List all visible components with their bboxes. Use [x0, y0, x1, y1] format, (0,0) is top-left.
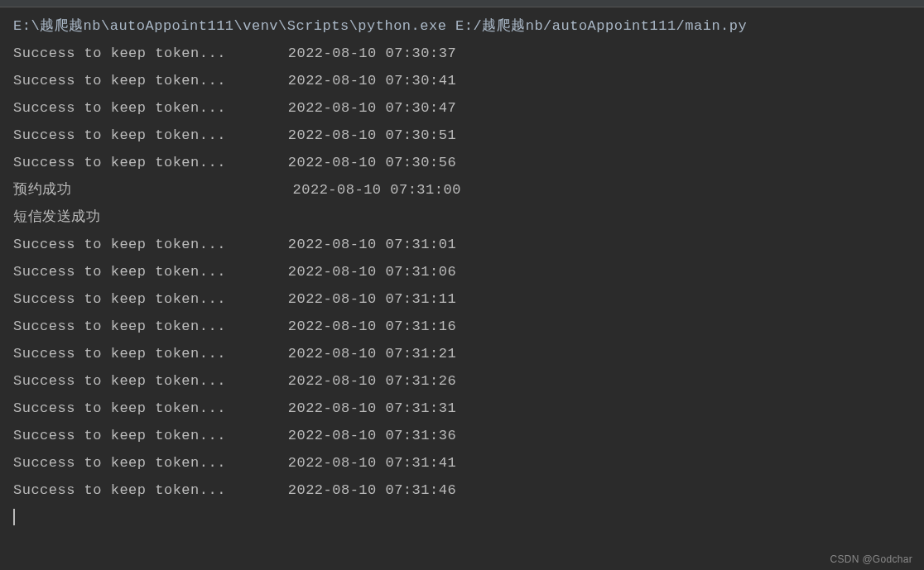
- command-line: E:\越爬越nb\autoAppoint111\venv\Scripts\pyt…: [13, 12, 924, 40]
- console-log-line: Success to keep token... 2022-08-10 07:3…: [13, 477, 924, 504]
- console-log-line: Success to keep token... 2022-08-10 07:3…: [13, 422, 924, 449]
- cursor-line: [13, 504, 924, 531]
- console-log-line: Success to keep token... 2022-08-10 07:3…: [13, 122, 924, 149]
- top-toolbar: [0, 0, 924, 7]
- console-log-line: Success to keep token... 2022-08-10 07:3…: [13, 258, 924, 285]
- console-log-line: Success to keep token... 2022-08-10 07:3…: [13, 313, 924, 340]
- console-log-line: Success to keep token... 2022-08-10 07:3…: [13, 40, 924, 67]
- console-log-line: Success to keep token... 2022-08-10 07:3…: [13, 149, 924, 176]
- console-log-line: Success to keep token... 2022-08-10 07:3…: [13, 285, 924, 313]
- watermark-text: CSDN @Godchar: [830, 553, 912, 565]
- console-log-line: Success to keep token... 2022-08-10 07:3…: [13, 231, 924, 258]
- console-log-line: Success to keep token... 2022-08-10 07:3…: [13, 395, 924, 422]
- console-log-line: Success to keep token... 2022-08-10 07:3…: [13, 449, 924, 477]
- console-log-line: Success to keep token... 2022-08-10 07:3…: [13, 367, 924, 395]
- console-log-line: Success to keep token... 2022-08-10 07:3…: [13, 67, 924, 94]
- console-log-line: Success to keep token... 2022-08-10 07:3…: [13, 94, 924, 122]
- console-log-line: 预约成功 2022-08-10 07:31:00: [13, 176, 924, 204]
- console-log-line: Success to keep token... 2022-08-10 07:3…: [13, 340, 924, 367]
- text-cursor: [13, 509, 15, 525]
- console-log-line: 短信发送成功: [13, 204, 924, 231]
- console-output-area[interactable]: E:\越爬越nb\autoAppoint111\venv\Scripts\pyt…: [0, 7, 924, 531]
